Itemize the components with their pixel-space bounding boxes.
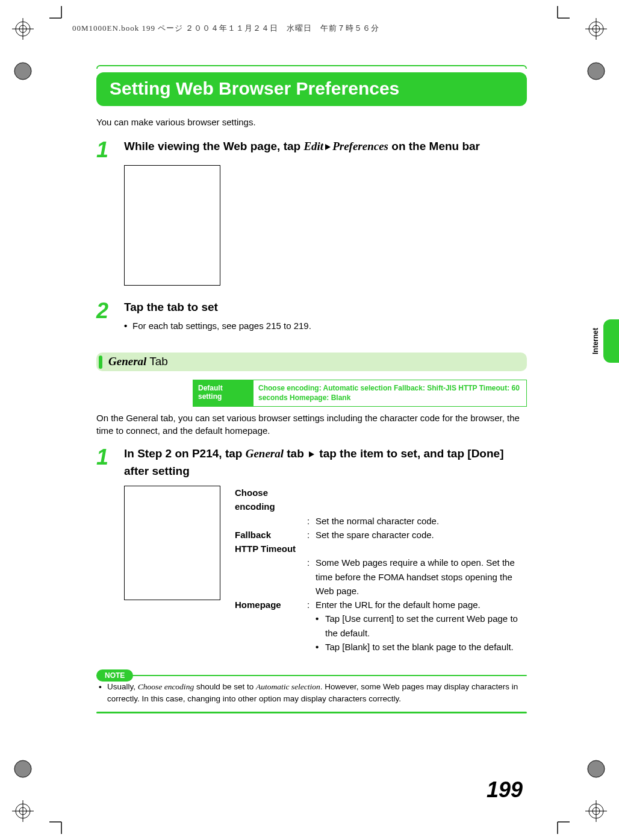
crop-mark-bl (49, 816, 67, 834)
definitions-list: Choose encoding :Set the normal characte… (235, 486, 527, 654)
title-wrap: Setting Web Browser Preferences (96, 65, 527, 106)
screenshot-placeholder (124, 486, 220, 600)
page-content: Setting Web Browser Preferences You can … (96, 65, 527, 713)
text: Usually, (107, 682, 138, 691)
default-setting-label: Default setting (193, 380, 253, 407)
registration-mark (585, 758, 607, 780)
step-1-title: While viewing the Web page, tap EditPref… (124, 138, 527, 155)
intro-paragraph: You can make various browser settings. (96, 117, 527, 127)
term: Choose encoding (235, 486, 307, 514)
term: Homepage (235, 598, 307, 612)
desc: Enter the URL for the default home page. (316, 598, 527, 612)
triangle-icon (309, 451, 314, 457)
crop-mark-br (552, 816, 570, 834)
registration-mark (585, 60, 607, 82)
step-1: 1 While viewing the Web page, tap EditPr… (96, 138, 527, 286)
heading-accent (99, 356, 102, 369)
def-http-timeout: HTTP Timeout :Some Web pages require a w… (235, 542, 527, 598)
desc: Some Web pages require a while to open. … (316, 556, 527, 598)
term: Fallback (235, 528, 307, 542)
section-heading-wrap: General Tab (96, 353, 527, 371)
menu-edit: Edit (303, 140, 323, 152)
default-setting-table: Default setting Choose encoding: Automat… (193, 380, 527, 407)
text: should be set to (194, 682, 256, 691)
registration-mark (12, 18, 34, 40)
sub-bullet: Tap [Use current] to set the current Web… (316, 612, 527, 640)
step-number: 1 (96, 138, 124, 286)
menu-preferences: Preferences (332, 140, 388, 152)
text: tab (284, 447, 307, 460)
def-fallback: Fallback:Set the spare character code. (235, 528, 527, 542)
registration-mark (12, 758, 34, 780)
step-2: 2 Tap the tab to set For each tab settin… (96, 299, 527, 331)
note-term: Choose encoding (138, 682, 194, 691)
page-number: 199 (487, 777, 523, 803)
term: HTTP Timeout (235, 542, 307, 556)
registration-mark (12, 60, 34, 82)
text: While viewing the Web page, tap (124, 140, 303, 152)
registration-mark (585, 18, 607, 40)
note-block: NOTE Usually, Choose encoding should be … (96, 669, 527, 713)
page-title: Setting Web Browser Preferences (96, 72, 527, 106)
screenshot-placeholder (124, 165, 220, 286)
step-2-title: Tap the tab to set (124, 299, 527, 316)
section-heading: General Tab (96, 353, 527, 371)
def-choose-encoding: Choose encoding :Set the normal characte… (235, 486, 527, 528)
crop-mark-tr (552, 6, 570, 24)
text: on the Menu bar (388, 140, 480, 152)
section-paragraph: On the General tab, you can set various … (96, 412, 527, 437)
tab-general: General (246, 447, 284, 460)
side-thumb-tab (603, 319, 619, 363)
note-term: Automatic selection (256, 682, 320, 691)
text: In Step 2 on P214, tap (124, 447, 246, 460)
step-number: 2 (96, 299, 124, 331)
side-section-label: Internet (591, 319, 600, 354)
registration-mark (585, 800, 607, 822)
desc: Set the normal character code. (316, 514, 527, 528)
step-3: 1 In Step 2 on P214, tap General tab tap… (96, 445, 527, 654)
def-homepage: Homepage:Enter the URL for the default h… (235, 598, 527, 654)
print-header-meta: 00M1000EN.book 199 ページ ２００４年１１月２４日 水曜日 午… (72, 23, 379, 34)
desc: Set the spare character code. (316, 528, 527, 542)
registration-mark (12, 800, 34, 822)
section-name-italic: General (108, 355, 146, 368)
note-divider (96, 712, 527, 713)
step-number: 1 (96, 445, 124, 654)
crop-mark-tl (49, 6, 67, 24)
step-2-bullet: For each tab settings, see pages 215 to … (124, 321, 527, 331)
sub-bullet: Tap [Blank] to set the blank page to the… (316, 640, 527, 654)
default-setting-value: Choose encoding: Automatic selection Fal… (253, 380, 527, 407)
triangle-icon (325, 144, 331, 150)
section-name-rest: Tab (146, 355, 168, 368)
title-accent-bar (96, 65, 527, 69)
note-body: Usually, Choose encoding should be set t… (96, 676, 527, 706)
step-3-title: In Step 2 on P214, tap General tab tap t… (124, 445, 527, 480)
definitions-layout: Choose encoding :Set the normal characte… (124, 486, 527, 654)
